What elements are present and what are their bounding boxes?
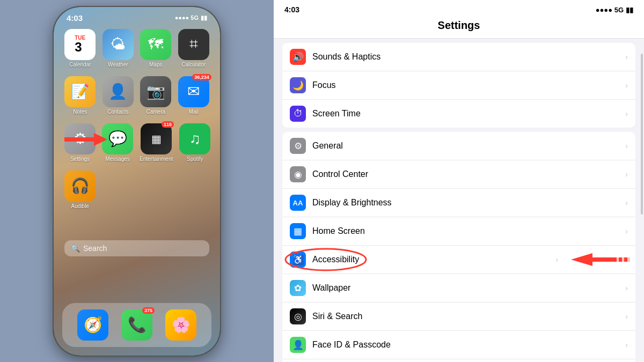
settings-list: 🔊 Sounds & Haptics › 🌙 Focus › ⏱ Screen … [274,39,644,362]
app-entertainment[interactable]: ▦ 116 Entertainment [140,123,173,162]
settings-panel: 4:03 ●●●● 5G ▮▮ Settings 🔊 Sounds & Hapt… [274,0,644,362]
maps-icon: 🗺 [148,35,163,53]
sounds-icon: 🔊 [290,49,306,65]
app-notes[interactable]: 📝 Notes [64,76,96,115]
app-calculator[interactable]: ⌗ Calculator [178,29,210,68]
settings-status-time: 4:03 [284,5,299,14]
weather-label: Weather [108,62,128,68]
phone-icon: 📞 [128,316,147,334]
app-maps[interactable]: 🗺 Maps [140,29,172,68]
general-chevron: › [625,142,628,150]
settings-row-accessibility[interactable]: ♿ Accessibility › [282,246,635,274]
audible-icon: 🎧 [71,177,90,195]
display-label: Display & Brightness [312,198,625,208]
signal-icon: ●●●● 5G [175,14,199,21]
home-screen-chevron: › [625,227,628,235]
contacts-icon: 👤 [108,83,127,100]
calendar-label: Calendar [69,62,91,68]
search-magnifier-icon: 🔍 [71,244,80,253]
wallpaper-icon: ✿ [290,280,306,296]
svg-rect-4 [622,256,624,263]
dock-phone[interactable]: 📞 375 [121,309,152,341]
focus-icon: 🌙 [290,77,306,93]
notes-label: Notes [73,109,87,115]
svg-rect-5 [627,256,630,263]
sounds-label: Sounds & Haptics [312,52,625,62]
settings-row-sounds[interactable]: 🔊 Sounds & Haptics › [282,43,635,71]
app-spotify[interactable]: ♫ Spotify [179,123,210,162]
settings-status-bar: 4:03 ●●●● 5G ▮▮ [274,0,644,17]
settings-row-display[interactable]: AA Display & Brightness › [282,189,635,217]
messages-label: Messages [105,156,130,162]
settings-row-wallpaper[interactable]: ✿ Wallpaper › [282,274,635,302]
camera-icon: 📷 [147,83,165,100]
settings-row-control-center[interactable]: ◉ Control Center › [282,160,635,189]
red-arrow-left [64,132,107,147]
accessibility-chevron: › [555,255,558,264]
iphone-frame: 4:03 ●●●● 5G ▮▮ TUE 3 Calendar [54,7,220,356]
settings-row-focus[interactable]: 🌙 Focus › [282,71,635,100]
general-icon: ⚙ [290,138,306,154]
siri-icon: ◎ [290,308,306,324]
svg-marker-2 [571,253,630,266]
status-time: 4:03 [67,13,83,23]
settings-row-siri[interactable]: ◎ Siri & Search › [282,302,635,331]
app-grid-row4: 🎧 Audible [54,166,220,213]
status-bar: 4:03 ●●●● 5G ▮▮ [54,7,220,25]
phone-badge: 375 [142,307,155,314]
red-arrow-right [571,252,630,267]
audible-label: Audible [71,203,89,209]
entertainment-icon: ▦ [151,132,162,145]
settings-row-faceid[interactable]: 👤 Face ID & Passcode › [282,331,635,359]
screen-time-label: Screen Time [312,109,625,119]
faceid-chevron: › [625,341,628,349]
app-grid-row3: ⚙ Settings 💬 Messages [54,119,220,166]
home-screen-label: Home Screen [312,226,625,236]
app-mail[interactable]: ✉ 36,234 Mail [178,76,210,115]
settings-group-2: ⚙ General › ◉ Control Center › AA Displa… [282,132,635,362]
settings-scrollbar [641,54,643,215]
mail-label: Mail [189,109,199,115]
calculator-label: Calculator [181,62,206,68]
app-audible[interactable]: 🎧 Audible [64,171,96,209]
settings-row-emergency-sos[interactable]: SOS Emergency SOS › [282,359,635,362]
notes-icon: 📝 [71,83,90,100]
spotify-icon: ♫ [189,130,201,147]
control-center-icon: ◉ [290,166,306,182]
iphone-screen: 4:03 ●●●● 5G ▮▮ TUE 3 Calendar [54,7,220,356]
display-chevron: › [625,198,628,207]
control-center-label: Control Center [312,169,625,179]
dock-safari[interactable]: 🧭 [77,309,108,341]
screen-time-chevron: › [625,109,628,118]
svg-marker-0 [64,133,107,146]
screen-time-icon: ⏱ [290,106,306,122]
app-camera[interactable]: 📷 Camera [140,76,172,115]
svg-rect-3 [617,256,619,263]
siri-chevron: › [625,312,628,321]
messages-icon: 💬 [108,130,127,147]
entertainment-badge: 116 [162,121,174,128]
app-grid-row1: TUE 3 Calendar 🌤 Weather 🗺 [54,25,220,72]
faceid-label: Face ID & Passcode [312,340,625,350]
iphone-search-bar[interactable]: 🔍 Search [64,240,209,256]
calculator-icon: ⌗ [189,35,198,53]
search-label: Search [83,244,107,253]
app-messages[interactable]: 💬 Messages [102,123,133,162]
dock-photos[interactable]: 🌸 [165,309,196,341]
settings-battery-icon: ▮▮ [626,6,633,14]
app-weather[interactable]: 🌤 Weather [103,29,134,68]
maps-label: Maps [149,62,162,68]
status-icons: ●●●● 5G ▮▮ [175,14,207,21]
app-contacts[interactable]: 👤 Contacts [103,76,134,115]
weather-icon: 🌤 [111,35,126,53]
app-grid-row2: 📝 Notes 👤 Contacts 📷 Camera [54,72,220,119]
mail-badge: 36,234 [192,74,211,80]
settings-row-home-screen[interactable]: ▦ Home Screen › [282,217,635,246]
settings-row-screen-time[interactable]: ⏱ Screen Time › [282,100,635,128]
settings-signal-icon: ●●●● 5G [596,6,624,14]
safari-icon: 🧭 [84,316,103,334]
app-calendar[interactable]: TUE 3 Calendar [64,29,96,68]
spotify-label: Spotify [187,156,203,162]
settings-row-general[interactable]: ⚙ General › [282,132,635,160]
focus-chevron: › [625,81,628,90]
